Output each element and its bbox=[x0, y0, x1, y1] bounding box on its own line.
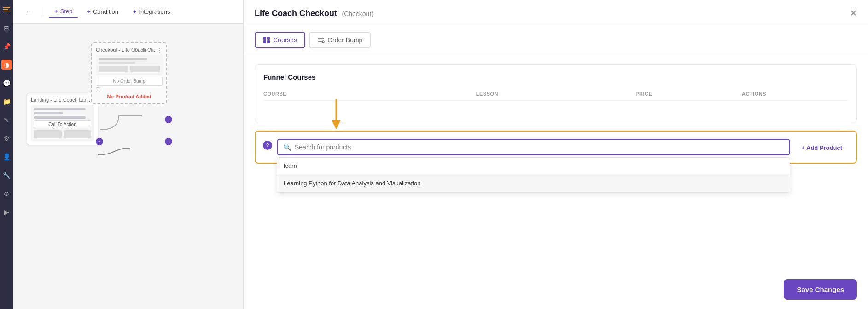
svg-rect-0 bbox=[3, 7, 10, 8]
search-icon: 🔍 bbox=[283, 143, 291, 151]
modal-title: Life Coach Checkout bbox=[255, 9, 337, 18]
search-dropdown: learn Learning Python for Data Analysis … bbox=[277, 157, 790, 193]
canvas-content: Landing - Life Coach Lan... Call To Acti… bbox=[13, 24, 243, 309]
canvas-area: ← + Step + Condition + Integrations bbox=[13, 0, 243, 309]
tool-icon[interactable]: 🔧 bbox=[1, 170, 12, 180]
connector-dot-right: → bbox=[165, 116, 172, 123]
svg-rect-2 bbox=[3, 11, 10, 11]
connector-dot-left: + bbox=[96, 138, 103, 145]
dashboard-icon[interactable]: ⊞ bbox=[1, 23, 12, 33]
edit-icon[interactable]: ✎ bbox=[1, 115, 12, 125]
condition-button[interactable]: + Condition bbox=[82, 6, 124, 18]
svg-rect-1 bbox=[3, 9, 8, 10]
eye-node-icon[interactable]: 👁 bbox=[141, 47, 147, 53]
search-input[interactable] bbox=[295, 143, 784, 151]
modal-subtitle: (Checkout) bbox=[342, 10, 373, 17]
pin-icon[interactable]: 📌 bbox=[1, 41, 12, 52]
tab-order-bump[interactable]: Order Bump bbox=[309, 32, 371, 48]
menu-icon[interactable] bbox=[1, 5, 12, 15]
tab-courses[interactable]: Courses bbox=[255, 32, 305, 48]
no-order-bump-label: No Order Bump bbox=[96, 77, 163, 86]
svg-point-7 bbox=[322, 41, 324, 43]
courses-icon bbox=[263, 36, 270, 44]
svg-rect-5 bbox=[263, 40, 266, 43]
left-sidebar: ⊞ 📌 ◑ 💬 📁 ✎ ⚙ 👤 🔧 ⊕ ▶ bbox=[0, 0, 13, 309]
save-button-wrap: Save Changes bbox=[244, 279, 868, 309]
checkout-node[interactable]: Checkout - Life Coach Ch... ⚙ 👁 ✎ ⋮ bbox=[91, 42, 167, 104]
add-product-button[interactable]: + Add Product bbox=[795, 141, 849, 155]
save-changes-button[interactable]: Save Changes bbox=[784, 279, 857, 300]
product-panel: ? 🔍 learn Learning Python for Data Analy… bbox=[255, 131, 857, 164]
modal-tabs: Courses Order Bump bbox=[244, 25, 868, 55]
modal-body: Funnel Courses COURSE LESSON PRICE ACTIO… bbox=[244, 55, 868, 279]
modal-close-button[interactable]: ✕ bbox=[850, 8, 857, 18]
more-node-icon[interactable]: ⋮ bbox=[157, 47, 163, 53]
chat-icon[interactable]: 💬 bbox=[1, 78, 12, 88]
folder-icon[interactable]: 📁 bbox=[1, 97, 12, 107]
user-icon[interactable]: 👤 bbox=[1, 152, 12, 162]
no-product-added-label: No Product Added bbox=[96, 94, 163, 99]
play-icon[interactable]: ▶ bbox=[1, 207, 12, 217]
modal-header: Life Coach Checkout (Checkout) ✕ bbox=[244, 0, 868, 25]
funnel-courses-section: Funnel Courses COURSE LESSON PRICE ACTIO… bbox=[255, 64, 857, 123]
svg-rect-3 bbox=[263, 37, 266, 40]
landing-node-title: Landing - Life Coach Lan... bbox=[31, 97, 94, 103]
integrations-button[interactable]: + Integrations bbox=[128, 6, 176, 18]
theme-icon[interactable]: ◑ bbox=[1, 60, 12, 70]
svg-rect-4 bbox=[267, 37, 270, 40]
back-button[interactable]: ← bbox=[20, 6, 37, 18]
connector-dot-right2: → bbox=[165, 138, 172, 145]
courses-table-header: COURSE LESSON PRICE ACTIONS bbox=[263, 87, 848, 101]
funnel-courses-title: Funnel Courses bbox=[263, 73, 848, 81]
landing-node[interactable]: Landing - Life Coach Lan... Call To Acti… bbox=[27, 93, 98, 145]
search-current-value: learn bbox=[277, 158, 790, 174]
help-icon: ? bbox=[263, 141, 272, 150]
canvas-toolbar: ← + Step + Condition + Integrations bbox=[13, 0, 243, 24]
settings-icon[interactable]: ⚙ bbox=[1, 133, 12, 143]
settings-node-icon[interactable]: ⚙ bbox=[134, 47, 139, 53]
search-input-wrap: 🔍 bbox=[277, 139, 790, 155]
edit-node-icon[interactable]: ✎ bbox=[150, 47, 154, 53]
order-bump-icon bbox=[317, 36, 325, 44]
call-to-action-mock: Call To Action bbox=[34, 120, 91, 128]
modal-panel: Life Coach Checkout (Checkout) ✕ Courses… bbox=[243, 0, 868, 309]
search-container: 🔍 learn Learning Python for Data Analysi… bbox=[277, 139, 790, 155]
search-result-item[interactable]: Learning Python for Data Analysis and Vi… bbox=[277, 174, 790, 192]
svg-rect-6 bbox=[267, 40, 270, 43]
step-button[interactable]: + Step bbox=[49, 5, 78, 18]
add-icon[interactable]: ⊕ bbox=[1, 189, 12, 199]
